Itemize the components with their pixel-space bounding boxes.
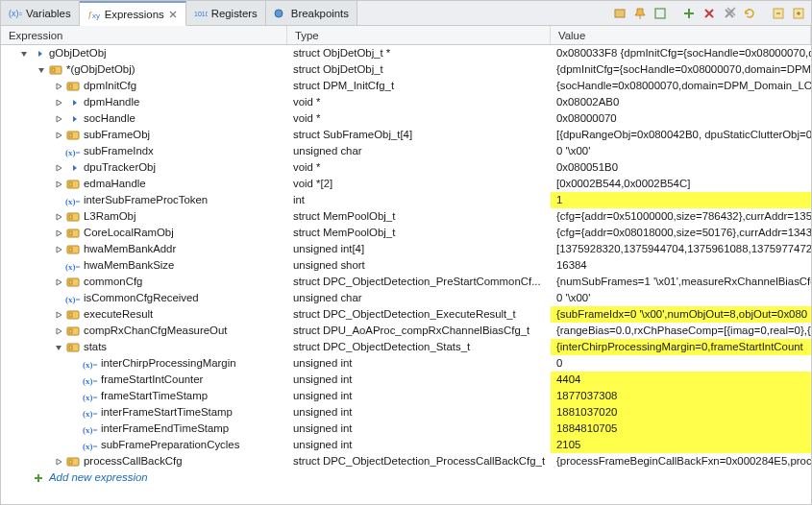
expression-row[interactable]: subFrameObj struct SubFrameObj_t[4] [{dp… xyxy=(1,127,811,143)
expression-type: struct SubFrameObj_t[4] xyxy=(287,127,551,143)
expression-row[interactable]: edmaHandle void *[2] [0x0002B544,0x0002B… xyxy=(1,176,811,192)
tab-label: Variables xyxy=(26,8,71,19)
expression-row[interactable]: (x)= subFrameIndx unsigned char 0 '\x00' xyxy=(1,143,811,159)
grid-header: Expression Type Value xyxy=(1,26,811,45)
expand-toggle[interactable] xyxy=(53,244,64,255)
header-expression[interactable]: Expression xyxy=(1,26,287,44)
expression-value: 0 xyxy=(551,355,811,372)
expand-toggle[interactable] xyxy=(53,113,64,125)
struct-icon xyxy=(65,227,81,240)
expression-type: struct DPC_ObjectDetection_ExecuteResult… xyxy=(287,306,551,323)
expression-value: {rangeBias=0.0,rxChPhaseComp=[{imag=0,re… xyxy=(551,323,811,339)
expression-row[interactable]: stats struct DPC_ObjectDetection_Stats_t… xyxy=(1,339,811,355)
collapse-all-button[interactable] xyxy=(770,5,787,22)
expression-name: interFrameEndTimeStamp xyxy=(101,421,229,437)
expand-toggle[interactable] xyxy=(53,97,64,108)
expand-toggle[interactable] xyxy=(53,456,64,468)
expression-row[interactable]: *(gObjDetObj) struct ObjDetObj_t {dpmIni… xyxy=(1,61,811,78)
expression-name[interactable]: Add new expression xyxy=(49,469,148,486)
expression-row[interactable]: hwaMemBankAddr unsigned int[4] [13759283… xyxy=(1,241,811,257)
expression-type: int xyxy=(287,192,551,208)
expression-type: void * xyxy=(287,159,551,176)
expression-type: unsigned int xyxy=(287,404,551,421)
expression-row[interactable]: (x)= isCommonCfgReceived unsigned char 0… xyxy=(1,290,811,306)
expression-type: void * xyxy=(287,110,551,127)
expand-toggle[interactable] xyxy=(53,277,64,288)
expression-row[interactable]: dpmHandle void * 0x08002AB0 xyxy=(1,94,811,110)
expand-toggle[interactable] xyxy=(53,130,64,141)
header-type[interactable]: Type xyxy=(287,26,551,44)
expression-row[interactable]: dpmInitCfg struct DPM_InitCfg_t {socHand… xyxy=(1,78,811,94)
expression-type: struct ObjDetObj_t * xyxy=(287,45,551,61)
svg-text:(x)=: (x)= xyxy=(83,442,98,451)
tab-label: Breakpoints xyxy=(291,8,349,19)
header-value[interactable]: Value xyxy=(551,26,811,44)
expression-row[interactable]: L3RamObj struct MemPoolObj_t {cfg={addr=… xyxy=(1,208,811,225)
expression-row[interactable]: (x)= frameStartTimeStamp unsigned int 18… xyxy=(1,388,811,404)
expression-value: {subFrameIdx=0 '\x00',numObjOut=8,objOut… xyxy=(551,306,811,323)
tab-expressions[interactable]: ƒ xy Expressions xyxy=(80,1,186,26)
show-type-names-button[interactable] xyxy=(611,5,628,22)
expand-toggle[interactable] xyxy=(36,64,47,76)
expand-toggle[interactable] xyxy=(18,48,30,60)
expression-value: {socHandle=0x08000070,domain=DPM_Domain_… xyxy=(551,78,811,94)
expression-row[interactable]: (x)= hwaMemBankSize unsigned short 16384 xyxy=(1,257,811,274)
svg-rect-24 xyxy=(69,248,72,252)
expressions-grid[interactable]: gObjDetObj struct ObjDetObj_t * 0x080033… xyxy=(1,45,811,504)
pin-button[interactable] xyxy=(631,5,649,22)
expression-row[interactable]: (x)= interFrameStartTimeStamp unsigned i… xyxy=(1,404,811,421)
expression-type: unsigned char xyxy=(287,290,551,306)
expand-toggle[interactable] xyxy=(53,309,64,321)
var-icon: (x)= xyxy=(65,292,81,305)
expression-type: struct DPC_ObjectDetection_PreStartCommo… xyxy=(287,274,551,290)
expressions-icon: ƒ xy xyxy=(87,8,101,21)
expression-name: *(gObjDetObj) xyxy=(66,61,135,78)
expression-row[interactable]: executeResult struct DPC_ObjectDetection… xyxy=(1,306,811,323)
expression-type: void *[2] xyxy=(287,176,551,192)
add-expression-row[interactable]: Add new expression xyxy=(1,469,811,486)
remove-button[interactable] xyxy=(701,5,718,22)
expression-value: 0 '\x00' xyxy=(551,290,811,306)
expand-toggle[interactable] xyxy=(53,342,64,353)
svg-rect-6 xyxy=(655,9,665,18)
var-icon: (x)= xyxy=(83,406,98,420)
tab-label: Registers xyxy=(211,8,258,19)
expression-row[interactable]: (x)= subFramePreparationCycles unsigned … xyxy=(1,437,811,453)
expression-row[interactable]: dpuTrackerObj void * 0x080051B0 xyxy=(1,159,811,176)
close-icon[interactable] xyxy=(168,10,178,19)
expression-name: dpuTrackerObj xyxy=(84,159,156,176)
expression-row[interactable]: compRxChanCfgMeasureOut struct DPU_AoAPr… xyxy=(1,323,811,339)
expression-name: processCallBackCfg xyxy=(84,453,183,469)
struct-icon xyxy=(65,210,81,224)
new-expression-button[interactable] xyxy=(652,5,669,22)
expression-value: [1375928320,1375944704,1375961088,137597… xyxy=(551,241,811,257)
remove-all-button[interactable] xyxy=(721,5,738,22)
expression-row[interactable]: CoreLocalRamObj struct MemPoolObj_t {cfg… xyxy=(1,225,811,241)
expression-row[interactable]: commonCfg struct DPC_ObjectDetection_Pre… xyxy=(1,274,811,290)
expression-value xyxy=(551,469,811,486)
expand-toggle[interactable] xyxy=(53,211,64,223)
expression-row[interactable]: (x)= interFrameEndTimeStamp unsigned int… xyxy=(1,421,811,437)
expression-name: subFrameObj xyxy=(84,127,150,143)
expand-all-button[interactable] xyxy=(790,5,807,22)
expand-toggle[interactable] xyxy=(53,179,64,190)
tab-variables[interactable]: (x)= Variables xyxy=(1,1,80,25)
expand-toggle[interactable] xyxy=(53,325,64,337)
expand-toggle[interactable] xyxy=(53,228,64,239)
expression-row[interactable]: processCallBackCfg struct DPC_ObjectDete… xyxy=(1,453,811,469)
expression-row[interactable]: (x)= interSubFrameProcToken int 1 xyxy=(1,192,811,208)
expand-toggle[interactable] xyxy=(53,162,64,174)
var-icon: (x)= xyxy=(83,422,98,436)
svg-text:1010: 1010 xyxy=(194,11,208,17)
expression-row[interactable]: (x)= frameStartIntCounter unsigned int 4… xyxy=(1,372,811,388)
expression-row[interactable]: (x)= interChirpProcessingMargin unsigned… xyxy=(1,355,811,372)
expression-row[interactable]: socHandle void * 0x08000070 xyxy=(1,110,811,127)
refresh-button[interactable] xyxy=(741,5,758,22)
svg-text:(x)=: (x)= xyxy=(83,425,98,435)
tab-registers[interactable]: 1010 Registers xyxy=(186,1,266,25)
add-button[interactable] xyxy=(680,5,698,22)
svg-text:(x)=: (x)= xyxy=(65,197,81,206)
expand-toggle[interactable] xyxy=(53,81,64,92)
tab-breakpoints[interactable]: Breakpoints xyxy=(266,1,357,25)
expression-row[interactable]: gObjDetObj struct ObjDetObj_t * 0x080033… xyxy=(1,45,811,61)
